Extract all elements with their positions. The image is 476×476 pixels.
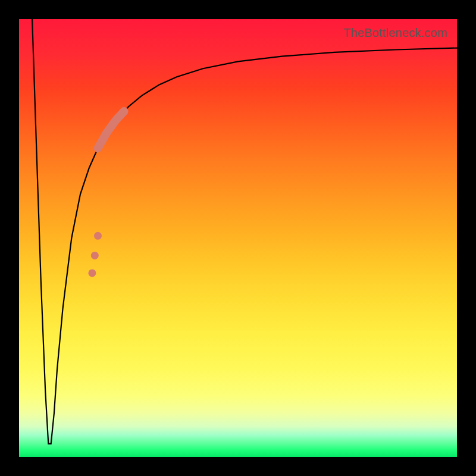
curve-markers: [88, 232, 102, 277]
watermark-text: TheBottleneck.com: [343, 26, 447, 40]
highlighted-range: [98, 111, 124, 148]
chart-svg: [19, 19, 457, 457]
plot-area: TheBottleneck.com: [19, 19, 457, 457]
curve-marker: [88, 269, 96, 277]
curve-marker: [91, 252, 99, 259]
curve-marker: [94, 232, 102, 240]
chart-container: TheBottleneck.com: [0, 0, 476, 476]
bottleneck-curve: [32, 19, 457, 444]
